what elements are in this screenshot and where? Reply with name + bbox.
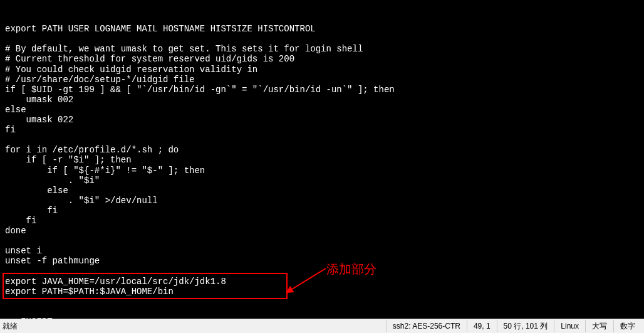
status-caps: 大写 [585, 320, 613, 332]
editor-content[interactable]: export PATH USER LOGNAME MAIL HOSTNAME H… [5, 24, 639, 319]
status-bar: 就绪 ssh2: AES-256-CTR 49, 1 50 行, 101 列 L… [0, 319, 644, 333]
status-dimensions: 50 行, 101 列 [497, 320, 554, 332]
status-mode: Linux [554, 320, 585, 332]
status-numlock: 数字 [613, 320, 641, 332]
status-cursor-position: 49, 1 [467, 320, 497, 332]
status-ssh: ssh2: AES-256-CTR [386, 320, 467, 332]
status-ready: 就绪 [3, 321, 386, 332]
terminal-editor[interactable]: export PATH USER LOGNAME MAIL HOSTNAME H… [0, 0, 644, 319]
